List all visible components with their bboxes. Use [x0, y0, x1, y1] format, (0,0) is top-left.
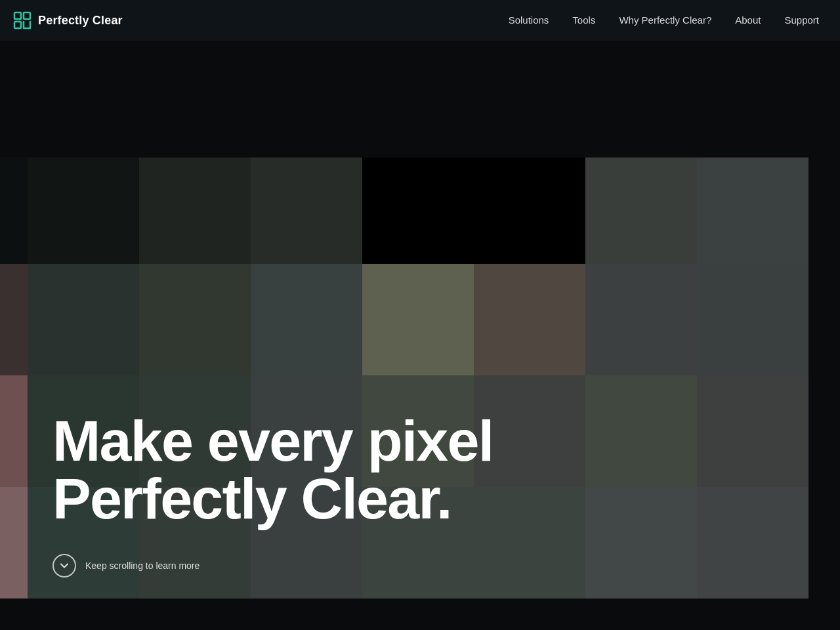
nav-solutions[interactable]: Solutions — [509, 14, 549, 26]
pixel-cell — [251, 152, 362, 264]
pixel-cell — [28, 264, 139, 375]
hero-headline-line1: Make every pixel — [52, 408, 493, 473]
logo-text: Perfectly Clear — [38, 14, 123, 28]
svg-rect-2 — [14, 22, 21, 28]
nav-why[interactable]: Why Perfectly Clear? — [619, 14, 711, 26]
pixel-cell — [697, 487, 808, 598]
nav-tools[interactable]: Tools — [572, 14, 595, 26]
scroll-circle-icon — [52, 554, 76, 578]
hero-headline: Make every pixel Perfectly Clear. — [52, 412, 493, 528]
navbar: Perfectly Clear Solutions Tools Why Perf… — [0, 0, 840, 41]
hero-section: Make every pixel Perfectly Clear. Keep s… — [0, 0, 840, 630]
pixel-cell — [0, 152, 28, 264]
nav-about[interactable]: About — [735, 14, 761, 26]
pixel-cell — [0, 375, 28, 487]
nav-links: Solutions Tools Why Perfectly Clear? Abo… — [509, 14, 819, 26]
pixel-cell — [585, 375, 697, 487]
nav-support[interactable]: Support — [784, 14, 819, 26]
pixel-cell — [585, 264, 697, 375]
scroll-label: Keep scrolling to learn more — [85, 560, 200, 571]
pixel-cell — [697, 152, 808, 264]
svg-rect-1 — [24, 12, 30, 19]
hero-content: Make every pixel Perfectly Clear. Keep s… — [52, 412, 493, 578]
pixel-cell — [697, 375, 808, 487]
pixel-cell — [362, 152, 474, 264]
pixel-cell — [474, 264, 585, 375]
pixel-cell — [251, 264, 362, 375]
pixel-cell — [28, 152, 139, 264]
pixel-cell — [697, 264, 808, 375]
pixel-cell — [585, 487, 697, 598]
scroll-hint[interactable]: Keep scrolling to learn more — [52, 554, 493, 578]
hero-headline-line2: Perfectly Clear. — [52, 466, 452, 531]
pixel-cell — [139, 152, 251, 264]
logo-link[interactable]: Perfectly Clear — [13, 11, 123, 30]
pixel-cell — [585, 152, 697, 264]
pixel-cell — [0, 487, 28, 598]
pixel-cell — [474, 152, 585, 264]
pixel-cell — [362, 264, 474, 375]
logo-icon — [13, 11, 32, 30]
pixel-cell — [139, 264, 251, 375]
chevron-down-icon — [59, 560, 70, 571]
pixel-cell — [0, 264, 28, 375]
svg-rect-0 — [14, 12, 21, 19]
